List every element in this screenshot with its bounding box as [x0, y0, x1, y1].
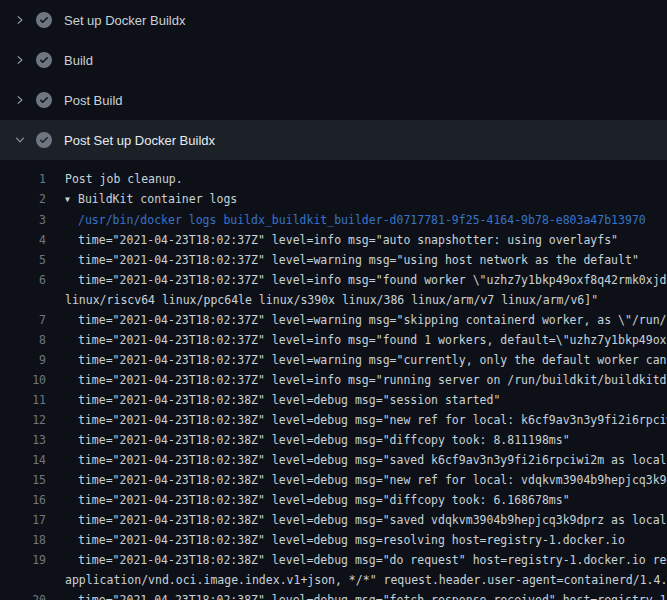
check-circle-icon [36, 52, 52, 68]
line-number[interactable]: 11 [0, 390, 46, 410]
log-line: 2▼BuildKit container logs [0, 189, 667, 210]
step-build[interactable]: Build [0, 40, 667, 80]
log-text: application/vnd.oci.image.index.v1+json,… [65, 570, 667, 590]
log-text: time="2021-04-23T18:02:38Z" level=debug … [65, 490, 667, 510]
line-number[interactable]: 15 [0, 470, 46, 490]
log-line: 3/usr/bin/docker logs buildx_buildkit_bu… [0, 210, 667, 230]
line-number[interactable]: 13 [0, 430, 46, 450]
line-number[interactable]: 2 [0, 189, 46, 210]
log-group-toggle[interactable]: ▼BuildKit container logs [65, 189, 667, 210]
workflow-log-viewer: Set up Docker Buildx Build Post Build [0, 0, 667, 600]
chevron-down-icon [12, 132, 28, 148]
line-number[interactable]: 8 [0, 330, 46, 350]
log-line: application/vnd.oci.image.index.v1+json,… [0, 570, 667, 590]
log-line: 12time="2021-04-23T18:02:38Z" level=debu… [0, 410, 667, 430]
step-title: Post Build [64, 93, 123, 108]
line-number[interactable]: 16 [0, 490, 46, 510]
log-text: time="2021-04-23T18:02:38Z" level=debug … [65, 530, 667, 550]
log-text: time="2021-04-23T18:02:38Z" level=debug … [65, 450, 667, 470]
log-line: 19time="2021-04-23T18:02:38Z" level=debu… [0, 550, 667, 570]
log-text: time="2021-04-23T18:02:38Z" level=debug … [65, 510, 667, 530]
line-number[interactable]: 20 [0, 590, 46, 600]
log-text: time="2021-04-23T18:02:37Z" level=warnin… [65, 250, 667, 270]
line-number[interactable]: 4 [0, 230, 46, 250]
log-line: 15time="2021-04-23T18:02:38Z" level=debu… [0, 470, 667, 490]
log-line: 11time="2021-04-23T18:02:38Z" level=debu… [0, 390, 667, 410]
log-line: 7time="2021-04-23T18:02:37Z" level=warni… [0, 310, 667, 330]
check-circle-icon [36, 12, 52, 28]
check-circle-icon [36, 132, 52, 148]
log-text: Post job cleanup. [65, 169, 667, 189]
log-line: 18time="2021-04-23T18:02:38Z" level=debu… [0, 530, 667, 550]
log-command-text: /usr/bin/docker logs buildx_buildkit_bui… [65, 210, 667, 230]
log-line: 16time="2021-04-23T18:02:38Z" level=debu… [0, 490, 667, 510]
step-title: Set up Docker Buildx [64, 13, 185, 28]
log-text: time="2021-04-23T18:02:38Z" level=debug … [65, 470, 667, 490]
log-line: 9time="2021-04-23T18:02:37Z" level=warni… [0, 350, 667, 370]
log-line: 13time="2021-04-23T18:02:38Z" level=debu… [0, 430, 667, 450]
chevron-right-icon [12, 12, 28, 28]
log-line: 1Post job cleanup. [0, 169, 667, 189]
log-text: time="2021-04-23T18:02:37Z" level=warnin… [65, 310, 667, 330]
log-text: linux/riscv64 linux/ppc64le linux/s390x … [65, 290, 667, 310]
log-text: time="2021-04-23T18:02:38Z" level=debug … [65, 390, 667, 410]
step-post-set-up-docker-buildx[interactable]: Post Set up Docker Buildx [0, 120, 667, 160]
log-area: 1Post job cleanup.2▼BuildKit container l… [0, 160, 667, 600]
log-text: time="2021-04-23T18:02:37Z" level=info m… [65, 230, 667, 250]
check-circle-icon [36, 92, 52, 108]
log-line: 14time="2021-04-23T18:02:38Z" level=debu… [0, 450, 667, 470]
line-number[interactable]: 3 [0, 210, 46, 230]
chevron-right-icon [12, 92, 28, 108]
log-line: 17time="2021-04-23T18:02:38Z" level=debu… [0, 510, 667, 530]
log-line: 6time="2021-04-23T18:02:37Z" level=info … [0, 270, 667, 290]
line-number [0, 290, 46, 310]
group-caret-icon: ▼ [65, 190, 78, 210]
line-number[interactable]: 5 [0, 250, 46, 270]
log-line: 8time="2021-04-23T18:02:37Z" level=info … [0, 330, 667, 350]
log-line: 20time="2021-04-23T18:02:38Z" level=debu… [0, 590, 667, 600]
line-number [0, 570, 46, 590]
log-text: time="2021-04-23T18:02:37Z" level=info m… [65, 370, 667, 390]
log-text: time="2021-04-23T18:02:38Z" level=debug … [65, 410, 667, 430]
log-line: linux/riscv64 linux/ppc64le linux/s390x … [0, 290, 667, 310]
line-number[interactable]: 9 [0, 350, 46, 370]
line-number[interactable]: 6 [0, 270, 46, 290]
step-set-up-docker-buildx[interactable]: Set up Docker Buildx [0, 0, 667, 40]
log-text: time="2021-04-23T18:02:37Z" level=warnin… [65, 350, 667, 370]
step-post-build[interactable]: Post Build [0, 80, 667, 120]
line-number[interactable]: 1 [0, 169, 46, 189]
log-text: time="2021-04-23T18:02:37Z" level=info m… [65, 270, 667, 290]
log-line: 5time="2021-04-23T18:02:37Z" level=warni… [0, 250, 667, 270]
log-line: 4time="2021-04-23T18:02:37Z" level=info … [0, 230, 667, 250]
log-text: time="2021-04-23T18:02:37Z" level=info m… [65, 330, 667, 350]
log-text: time="2021-04-23T18:02:38Z" level=debug … [65, 430, 667, 450]
line-number[interactable]: 10 [0, 370, 46, 390]
step-title: Post Set up Docker Buildx [64, 133, 215, 148]
line-number[interactable]: 7 [0, 310, 46, 330]
line-number[interactable]: 19 [0, 550, 46, 570]
line-number[interactable]: 18 [0, 530, 46, 550]
log-text: time="2021-04-23T18:02:38Z" level=debug … [65, 590, 667, 600]
line-number[interactable]: 17 [0, 510, 46, 530]
chevron-right-icon [12, 52, 28, 68]
log-line: 10time="2021-04-23T18:02:37Z" level=info… [0, 370, 667, 390]
steps-list: Set up Docker Buildx Build Post Build [0, 0, 667, 160]
step-title: Build [64, 53, 93, 68]
line-number[interactable]: 14 [0, 450, 46, 470]
line-number[interactable]: 12 [0, 410, 46, 430]
log-text: time="2021-04-23T18:02:38Z" level=debug … [65, 550, 667, 570]
